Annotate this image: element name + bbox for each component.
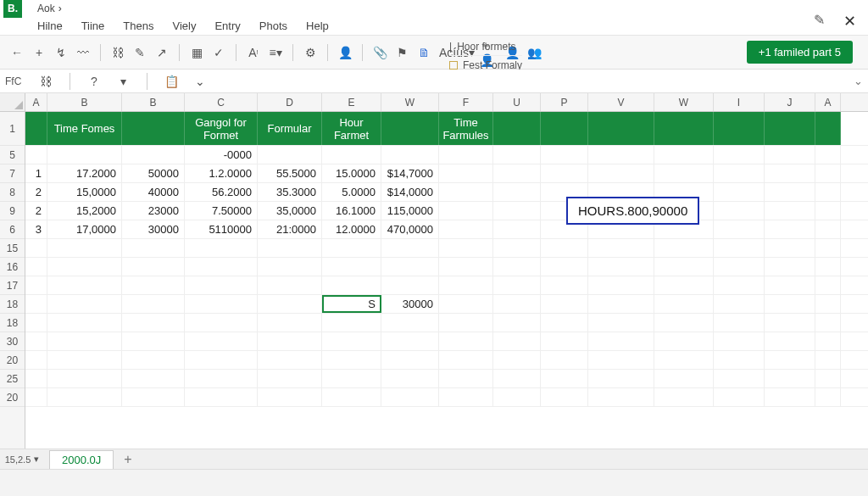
col-header[interactable]: D (258, 93, 322, 111)
cell[interactable] (381, 146, 439, 164)
cell[interactable] (714, 332, 765, 350)
cell[interactable] (493, 202, 541, 220)
header-cell[interactable] (815, 112, 841, 145)
cell[interactable] (765, 239, 815, 257)
cell[interactable] (493, 239, 541, 257)
cell[interactable]: 56.2000 (185, 183, 258, 201)
link2-icon[interactable]: ⛓ (36, 71, 56, 92)
col-header[interactable]: E (322, 93, 381, 111)
cell[interactable] (47, 314, 122, 332)
flag-icon[interactable]: ⚑ (392, 42, 412, 63)
cell[interactable] (714, 388, 765, 406)
cell[interactable] (258, 388, 322, 406)
cell[interactable] (47, 146, 122, 164)
chevron-down-icon[interactable]: ⌄ (190, 71, 210, 92)
cell[interactable] (185, 370, 258, 387)
cell[interactable] (541, 332, 588, 350)
cell[interactable] (258, 146, 322, 164)
cell[interactable] (439, 146, 493, 164)
menu-tiine[interactable]: Tiine (81, 20, 105, 32)
cell[interactable] (322, 351, 381, 369)
cell[interactable] (714, 314, 765, 332)
cell[interactable] (765, 183, 815, 201)
cell[interactable] (815, 202, 841, 220)
cell[interactable] (588, 351, 654, 369)
cell[interactable] (25, 351, 47, 369)
cell[interactable] (815, 370, 841, 387)
col-header[interactable]: U (493, 93, 541, 111)
cell[interactable] (322, 239, 381, 257)
cell[interactable] (588, 258, 654, 276)
cell[interactable] (588, 332, 654, 350)
sheet-nav[interactable]: 15,2.5 ▾ (0, 454, 44, 465)
spark-icon[interactable]: ↯ (51, 42, 71, 63)
row-header[interactable]: 8 (0, 183, 25, 202)
cell[interactable] (439, 314, 493, 332)
cell[interactable] (815, 388, 841, 406)
cell[interactable] (47, 295, 122, 313)
col-header[interactable]: W (381, 93, 439, 111)
cell[interactable] (47, 276, 122, 294)
cell[interactable]: 30000 (122, 220, 185, 238)
cell[interactable]: 7.50000 (185, 202, 258, 220)
menu-thens[interactable]: Thens (123, 20, 153, 32)
cell[interactable] (765, 332, 815, 350)
cell[interactable]: 55.5000 (258, 164, 322, 182)
cell[interactable] (25, 146, 47, 164)
row-header[interactable]: 6 (0, 220, 25, 239)
cell[interactable] (714, 164, 765, 182)
menu-help[interactable]: Help (306, 20, 329, 32)
col-header[interactable]: A (25, 93, 47, 111)
cell[interactable] (654, 295, 714, 313)
cell[interactable] (439, 388, 493, 406)
cell[interactable] (493, 164, 541, 182)
cell[interactable] (765, 202, 815, 220)
cell[interactable] (714, 370, 765, 387)
cell[interactable]: 23000 (122, 202, 185, 220)
row-header[interactable]: 1 (0, 112, 25, 146)
cell[interactable] (122, 332, 185, 350)
col-header[interactable]: B (47, 93, 122, 111)
cell[interactable] (381, 370, 439, 387)
cell[interactable] (714, 183, 765, 201)
cell[interactable] (654, 258, 714, 276)
cell[interactable] (25, 332, 47, 350)
cell[interactable] (122, 295, 185, 313)
row-header[interactable]: 9 (0, 202, 25, 220)
cell[interactable] (541, 239, 588, 257)
cell[interactable] (439, 220, 493, 238)
cell[interactable] (714, 351, 765, 369)
col-header[interactable]: F (439, 93, 493, 111)
cell[interactable] (185, 314, 258, 332)
cell[interactable] (815, 258, 841, 276)
col-header[interactable]: C (185, 93, 258, 111)
header-cell[interactable] (765, 112, 815, 145)
cell[interactable] (714, 239, 765, 257)
cell[interactable] (439, 276, 493, 294)
col-header[interactable]: A (815, 93, 841, 111)
cell[interactable] (493, 183, 541, 201)
cell[interactable] (122, 276, 185, 294)
cell[interactable] (714, 258, 765, 276)
cell[interactable] (122, 351, 185, 369)
cell[interactable] (258, 332, 322, 350)
arrow-up-icon[interactable]: ↗ (152, 42, 172, 63)
header-cell[interactable] (714, 112, 765, 145)
cell[interactable] (654, 332, 714, 350)
cell[interactable] (588, 388, 654, 406)
cell[interactable] (322, 370, 381, 387)
cell[interactable]: 5.0000 (322, 183, 381, 201)
cell[interactable]: 15,2000 (47, 202, 122, 220)
col-header[interactable]: J (765, 93, 815, 111)
cell[interactable] (25, 239, 47, 257)
header-cell[interactable] (654, 112, 714, 145)
cell[interactable] (439, 332, 493, 350)
cell[interactable] (381, 332, 439, 350)
cell[interactable]: S (322, 295, 381, 313)
cell[interactable] (654, 164, 714, 182)
header-cell[interactable] (381, 112, 439, 145)
cell[interactable] (322, 146, 381, 164)
cell[interactable] (185, 351, 258, 369)
header-cell[interactable]: Gangol for Formet (185, 112, 258, 145)
col-header[interactable]: B (122, 93, 185, 111)
